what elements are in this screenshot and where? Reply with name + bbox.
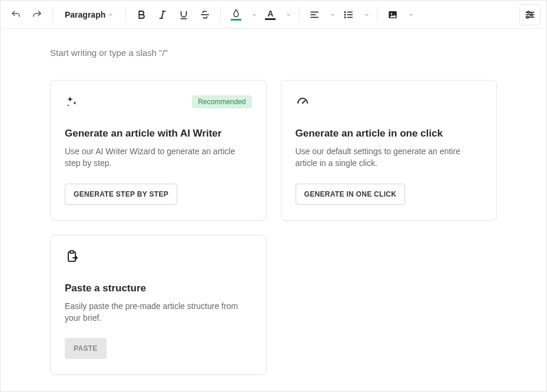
starter-cards: Recommended Generate an article with AI … xyxy=(50,80,497,375)
svg-point-17 xyxy=(528,11,529,13)
redo-button[interactable] xyxy=(28,5,47,24)
chevron-down-icon xyxy=(108,12,114,18)
recommended-badge: Recommended xyxy=(192,95,251,108)
toolbar-separator xyxy=(299,8,299,22)
card-ai-wizard: Recommended Generate an article with AI … xyxy=(50,80,267,221)
underline-icon xyxy=(178,9,189,20)
highlight-icon xyxy=(231,9,241,18)
italic-button[interactable] xyxy=(153,5,172,24)
chevron-down-icon xyxy=(251,12,257,18)
card-title: Generate an article in one click xyxy=(296,128,483,139)
svg-point-9 xyxy=(345,14,346,15)
editor-settings-button[interactable] xyxy=(519,4,541,25)
toolbar-separator xyxy=(220,8,221,22)
block-format-label: Paragraph xyxy=(65,10,105,19)
undo-icon xyxy=(11,9,21,20)
align-button[interactable] xyxy=(305,5,324,24)
image-icon xyxy=(387,9,398,20)
svg-point-21 xyxy=(526,16,528,18)
insert-image-dropdown[interactable] xyxy=(405,5,415,24)
strikethrough-icon xyxy=(200,9,210,20)
card-paste-structure: Paste a structure Easily paste the pre-m… xyxy=(50,235,267,376)
clipboard-paste-icon xyxy=(65,250,79,264)
bold-icon xyxy=(136,9,147,20)
svg-point-8 xyxy=(345,11,346,12)
editor-area[interactable]: Start writing or type a slash "/" Recomm… xyxy=(1,29,546,392)
list-icon xyxy=(343,9,354,20)
toolbar-separator xyxy=(125,8,126,22)
text-color-icon: A xyxy=(267,9,273,18)
bold-button[interactable] xyxy=(132,5,151,24)
text-color-dropdown[interactable] xyxy=(282,5,293,24)
strikethrough-button[interactable] xyxy=(195,5,214,24)
speedometer-icon xyxy=(296,95,310,109)
generate-one-click-button[interactable]: GENERATE IN ONE CLICK xyxy=(296,184,406,205)
card-description: Easily paste the pre-made article struct… xyxy=(65,300,252,324)
redo-icon xyxy=(32,9,42,20)
sparkles-icon xyxy=(65,95,79,109)
chevron-down-icon xyxy=(364,12,370,18)
svg-point-19 xyxy=(531,14,532,15)
highlight-color-dropdown[interactable] xyxy=(248,5,258,24)
chevron-down-icon xyxy=(286,12,291,18)
svg-point-10 xyxy=(345,16,346,18)
svg-point-15 xyxy=(391,13,392,14)
insert-image-button[interactable] xyxy=(383,5,402,24)
underline-button[interactable] xyxy=(174,5,193,24)
card-description: Use our AI Writer Wizard to generate an … xyxy=(65,145,252,170)
svg-line-1 xyxy=(162,11,164,18)
svg-rect-25 xyxy=(70,251,74,253)
highlight-color-swatch xyxy=(231,19,241,21)
chevron-down-icon xyxy=(408,12,414,18)
card-title: Generate an article with AI Writer xyxy=(65,128,252,139)
card-description: Use our default settings to generate an … xyxy=(296,145,483,170)
list-button[interactable] xyxy=(339,5,358,24)
align-left-icon xyxy=(309,9,320,20)
block-format-select[interactable]: Paragraph xyxy=(59,5,120,24)
list-dropdown[interactable] xyxy=(360,5,371,24)
paste-structure-button[interactable]: PASTE xyxy=(65,338,107,359)
sliders-icon xyxy=(524,9,536,21)
text-color-button[interactable]: A xyxy=(261,5,280,24)
toolbar-separator xyxy=(377,8,377,22)
generate-step-by-step-button[interactable]: GENERATE STEP BY STEP xyxy=(65,184,177,205)
text-color-swatch xyxy=(265,18,276,20)
chevron-down-icon xyxy=(330,12,336,18)
highlight-color-button[interactable] xyxy=(227,5,246,24)
editor-placeholder: Start writing or type a slash "/" xyxy=(50,48,497,58)
toolbar: Paragraph A xyxy=(1,1,546,29)
undo-button[interactable] xyxy=(6,5,25,24)
align-dropdown[interactable] xyxy=(326,5,337,24)
svg-point-23 xyxy=(301,102,303,104)
card-title: Paste a structure xyxy=(65,283,252,294)
card-one-click: Generate an article in one click Use our… xyxy=(281,80,498,221)
italic-icon xyxy=(157,9,168,20)
toolbar-separator xyxy=(52,8,53,22)
